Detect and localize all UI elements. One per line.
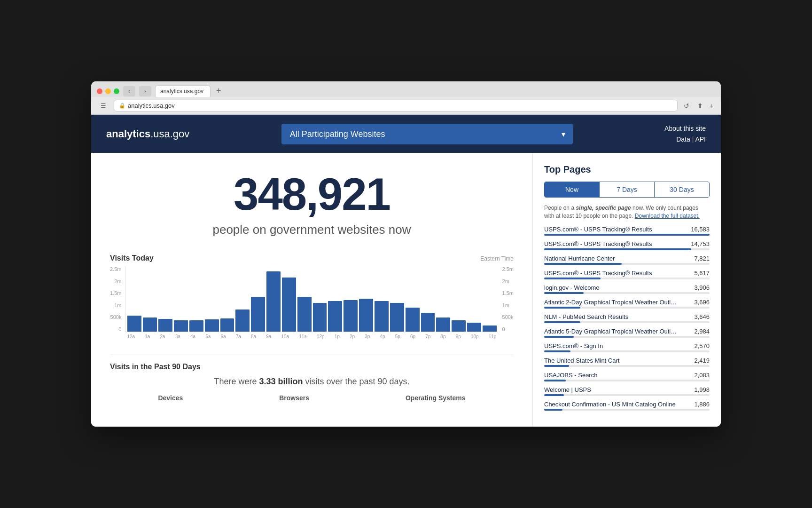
page-bar-bg-0 — [544, 234, 710, 236]
page-bar-1 — [544, 248, 691, 250]
page-name-9[interactable]: The United States Mint Cart — [544, 357, 690, 364]
y-label-2m: 2m — [114, 278, 121, 284]
bar-10 — [282, 278, 296, 332]
page-name-3[interactable]: USPS.com® - USPS Tracking® Results — [544, 270, 690, 277]
page-row-2: National Hurricane Center7,821 — [544, 255, 710, 262]
page-name-4[interactable]: login.gov - Welcome — [544, 284, 690, 291]
page-count-1: 14,753 — [691, 240, 710, 247]
x-label: 7p — [425, 334, 430, 339]
page-item-7: Atlantic 5-Day Graphical Tropical Weathe… — [544, 328, 710, 338]
bar-14 — [344, 300, 358, 332]
bottom-categories: Devices Browsers Operating Systems — [110, 394, 514, 402]
maximize-dot[interactable] — [114, 88, 119, 94]
add-bookmark-button[interactable]: + — [708, 101, 715, 111]
address-bar[interactable]: 🔒 analytics.usa.gov — [114, 100, 678, 111]
page-list: USPS.com® - USPS Tracking® Results16,583… — [544, 226, 710, 415]
site-header: analytics.usa.gov All Participating Webs… — [91, 115, 721, 153]
bar-22 — [467, 323, 481, 332]
x-label: 9a — [266, 334, 271, 339]
page-row-11: Welcome | USPS1,998 — [544, 386, 710, 393]
chart-body: 12a1a2a3a4a5a6a7a8a9a10a11a12p1p2p3p4p5p… — [125, 266, 498, 341]
y-label-0: 0 — [118, 326, 121, 332]
share-button[interactable]: ⬆ — [695, 101, 705, 111]
page-bar-bg-4 — [544, 292, 710, 294]
x-label: 5a — [205, 334, 211, 339]
lock-icon: 🔒 — [119, 103, 125, 109]
forward-button[interactable]: › — [139, 86, 151, 96]
browser-chrome-top: ‹ › analytics.usa.gov + — [91, 81, 721, 97]
page-name-1[interactable]: USPS.com® - USPS Tracking® Results — [544, 240, 687, 247]
page-name-11[interactable]: Welcome | USPS — [544, 386, 690, 393]
minimize-dot[interactable] — [105, 88, 111, 94]
x-label: 11p — [489, 334, 497, 339]
page-name-12[interactable]: Checkout Confirmation - US Mint Catalog … — [544, 401, 690, 408]
x-label: 9p — [456, 334, 461, 339]
page-count-7: 2,984 — [694, 328, 710, 335]
page-item-0: USPS.com® - USPS Tracking® Results16,583 — [544, 226, 710, 236]
page-row-6: NLM - PubMed Search Results3,646 — [544, 313, 710, 320]
download-link[interactable]: Download the full dataset. — [635, 213, 700, 219]
bar-5 — [205, 319, 219, 332]
back-button[interactable]: ‹ — [123, 86, 135, 96]
category-browsers: Browsers — [279, 394, 309, 402]
page-name-0[interactable]: USPS.com® - USPS Tracking® Results — [544, 226, 687, 233]
y-axis-right: 2.5m 2m 1.5m 1m 500k 0 — [499, 266, 514, 341]
left-panel: 348,921 people on government websites no… — [91, 153, 533, 427]
bar-1 — [143, 318, 157, 332]
page-bar-bg-3 — [544, 278, 710, 279]
bar-12 — [313, 303, 327, 332]
toolbar-right: ⬆ + — [695, 101, 715, 111]
page-item-10: USAJOBS - Search2,083 — [544, 372, 710, 381]
x-label: 3a — [175, 334, 180, 339]
page-bar-0 — [544, 234, 710, 236]
page-item-5: Atlantic 2-Day Graphical Tropical Weathe… — [544, 299, 710, 309]
close-dot[interactable] — [97, 88, 102, 94]
bar-19 — [421, 313, 435, 332]
page-name-2[interactable]: National Hurricane Center — [544, 255, 690, 262]
tab-now[interactable]: Now — [545, 182, 600, 197]
x-label: 10a — [281, 334, 289, 339]
x-label: 12p — [317, 334, 325, 339]
x-label: 6p — [410, 334, 415, 339]
url-text: analytics.usa.gov — [128, 102, 175, 109]
page-name-6[interactable]: NLM - PubMed Search Results — [544, 313, 690, 320]
api-link[interactable]: API — [695, 135, 706, 143]
bar-15 — [359, 299, 373, 332]
page-count-6: 3,646 — [694, 313, 710, 320]
site-selector[interactable]: All Participating Websites — [281, 124, 573, 144]
y-right-500k: 500k — [502, 314, 514, 320]
page-count-12: 1,886 — [694, 401, 710, 408]
page-bar-5 — [544, 307, 580, 309]
tab-label: analytics.usa.gov — [160, 88, 203, 95]
sidebar-toggle-button[interactable]: ☰ — [97, 100, 110, 111]
reload-button[interactable]: ↺ — [681, 101, 692, 111]
tab-30days[interactable]: 30 Days — [655, 182, 709, 197]
page-bar-bg-8 — [544, 350, 710, 352]
page-count-10: 2,083 — [694, 372, 710, 379]
x-label: 12a — [127, 334, 135, 339]
new-tab-button[interactable]: + — [214, 86, 223, 96]
desc-normal: People on a — [544, 205, 576, 211]
bar-4 — [189, 320, 203, 332]
page-item-2: National Hurricane Center7,821 — [544, 255, 710, 265]
y-axis-left: 2.5m 2m 1.5m 1m 500k 0 — [110, 266, 125, 341]
about-link[interactable]: About this site — [664, 125, 706, 132]
page-name-8[interactable]: USPS.com® - Sign In — [544, 342, 690, 349]
visits-90-suffix: visits over the past 90 days. — [303, 377, 409, 386]
data-link[interactable]: Data — [676, 135, 690, 143]
category-devices: Devices — [158, 394, 183, 402]
page-name-5[interactable]: Atlantic 2-Day Graphical Tropical Weathe… — [544, 299, 690, 306]
page-name-10[interactable]: USAJOBS - Search — [544, 372, 690, 379]
page-bar-11 — [544, 394, 564, 396]
bar-18 — [406, 308, 420, 332]
x-label: 1a — [145, 334, 150, 339]
y-right-0: 0 — [502, 326, 505, 332]
page-bar-bg-7 — [544, 336, 710, 338]
tab-7days[interactable]: 7 Days — [600, 182, 655, 197]
page-bar-bg-2 — [544, 263, 710, 265]
page-name-7[interactable]: Atlantic 5-Day Graphical Tropical Weathe… — [544, 328, 690, 335]
browser-tab[interactable]: analytics.usa.gov — [155, 85, 211, 97]
bar-23 — [483, 325, 497, 332]
bar-11 — [297, 297, 312, 332]
page-item-4: login.gov - Welcome3,906 — [544, 284, 710, 294]
